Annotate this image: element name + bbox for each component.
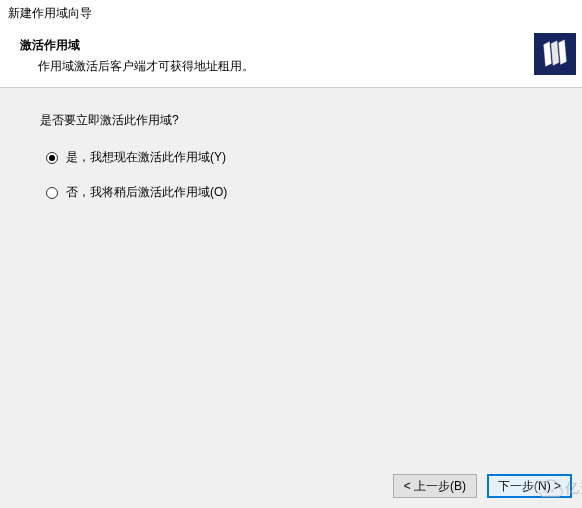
wizard-content: 是否要立即激活此作用域? 是，我想现在激活此作用域(Y) 否，我将稍后激活此作用… xyxy=(0,88,582,476)
radio-label-yes: 是，我想现在激活此作用域(Y) xyxy=(66,149,226,166)
activation-question: 是否要立即激活此作用域? xyxy=(40,112,542,129)
header-title: 激活作用域 xyxy=(20,37,562,54)
back-button[interactable]: < 上一步(B) xyxy=(393,474,477,498)
radio-activate-no[interactable]: 否，我将稍后激活此作用域(O) xyxy=(46,184,542,201)
next-button[interactable]: 下一步(N) > xyxy=(487,474,572,498)
window-title: 新建作用域向导 xyxy=(0,0,582,27)
wizard-header: 激活作用域 作用域激活后客户端才可获得地址租用。 xyxy=(0,27,582,88)
header-subtitle: 作用域激活后客户端才可获得地址租用。 xyxy=(20,58,562,75)
wizard-footer: < 上一步(B) 下一步(N) > xyxy=(0,464,582,508)
radio-dot-icon xyxy=(46,152,58,164)
radio-activate-yes[interactable]: 是，我想现在激活此作用域(Y) xyxy=(46,149,542,166)
radio-label-no: 否，我将稍后激活此作用域(O) xyxy=(66,184,227,201)
scope-icon xyxy=(534,33,576,75)
radio-empty-icon xyxy=(46,187,58,199)
